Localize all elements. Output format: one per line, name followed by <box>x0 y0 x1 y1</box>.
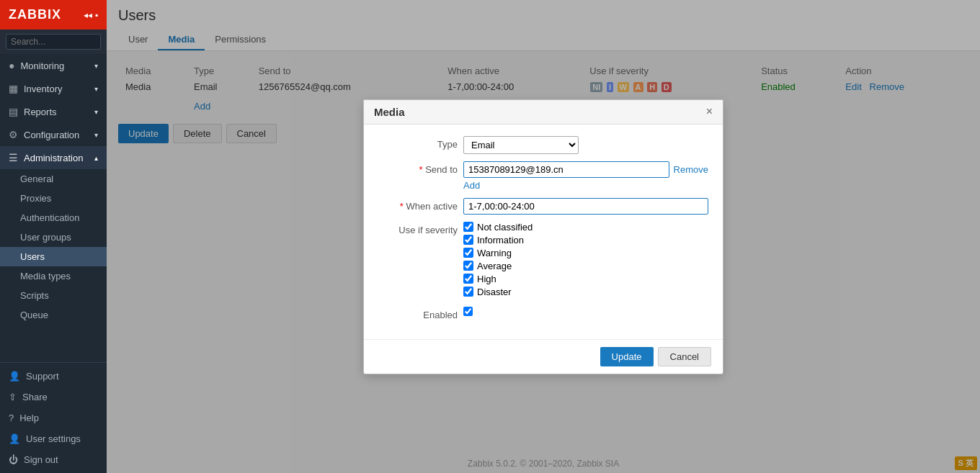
modal-overlay: Media × Type Email SMS Jabber <box>107 0 980 473</box>
enabled-row: Enabled <box>378 307 708 320</box>
sidebar-search-container <box>0 30 107 54</box>
sidebar-bottom-support[interactable]: 👤 Support <box>0 366 107 387</box>
sidebar-sub-media-types[interactable]: Media types <box>0 266 107 286</box>
user-settings-icon: 👤 <box>9 433 20 444</box>
sidebar-item-administration[interactable]: ☰ Administration ▴ <box>0 146 107 169</box>
sidebar-bottom-help[interactable]: ? Help <box>0 407 107 428</box>
sidebar-nav: ● Monitoring ▾ ▦ Inventory ▾ ▤ Reports ▾… <box>0 54 107 362</box>
severity-information: Information <box>463 235 708 245</box>
configuration-arrow: ▾ <box>94 131 98 139</box>
enabled-checkbox[interactable] <box>463 307 473 316</box>
sidebar-sub-general[interactable]: General <box>0 169 107 189</box>
when-active-input[interactable] <box>463 198 708 215</box>
support-label: Support <box>26 371 59 382</box>
sidebar-logo: ZABBIX ◂◂ ▪ <box>0 0 107 30</box>
cb-not-classified[interactable] <box>463 222 473 232</box>
sidebar-item-reports[interactable]: ▤ Reports ▾ <box>0 100 107 123</box>
sidebar-sub-user-groups[interactable]: User groups <box>0 228 107 247</box>
cb-warning[interactable] <box>463 248 473 258</box>
sidebar-bottom-share[interactable]: ⇧ Share <box>0 387 107 407</box>
sidebar-sub-users[interactable]: Users <box>0 247 107 266</box>
send-to-remove-link[interactable]: Remove <box>674 164 708 175</box>
expand-icon[interactable]: ▪ <box>95 10 98 20</box>
sidebar-sub-authentication[interactable]: Authentication <box>0 208 107 228</box>
collapse-icon[interactable]: ◂◂ <box>84 10 92 20</box>
search-input[interactable] <box>6 34 101 50</box>
logo-text: ZABBIX <box>9 7 61 22</box>
label-high: High <box>477 274 496 284</box>
logo-icons: ◂◂ ▪ <box>84 10 98 20</box>
severity-control: Not classified Information Warning <box>463 222 708 299</box>
help-icon: ? <box>9 413 14 423</box>
when-active-control <box>463 198 708 215</box>
sidebar-sub-scripts[interactable]: Scripts <box>0 286 107 305</box>
share-icon: ⇧ <box>9 392 17 402</box>
share-label: Share <box>22 392 48 402</box>
severity-row: Use if severity Not classified Informati… <box>378 222 708 299</box>
administration-label: Administration <box>24 153 83 163</box>
label-warning: Warning <box>477 248 512 258</box>
label-not-classified: Not classified <box>477 222 533 233</box>
administration-arrow: ▴ <box>94 154 98 162</box>
send-to-row: Send to Remove Add <box>378 161 708 191</box>
label-average: Average <box>477 261 512 271</box>
enabled-label: Enabled <box>378 307 458 320</box>
reports-arrow: ▾ <box>94 108 98 116</box>
send-to-control: Remove Add <box>463 161 708 191</box>
severity-label: Use if severity <box>378 222 458 235</box>
sidebar-item-monitoring[interactable]: ● Monitoring ▾ <box>0 54 107 77</box>
severity-disaster: Disaster <box>463 287 708 297</box>
cb-average[interactable] <box>463 261 473 271</box>
modal-header: Media × <box>364 100 723 125</box>
reports-label: Reports <box>24 107 57 117</box>
sign-out-icon: ⏻ <box>9 454 18 465</box>
cb-disaster[interactable] <box>463 287 473 297</box>
modal-update-button[interactable]: Update <box>600 347 654 366</box>
sidebar: ZABBIX ◂◂ ▪ ● Monitoring ▾ ▦ Inventory ▾… <box>0 0 107 473</box>
modal-close-button[interactable]: × <box>706 106 713 117</box>
type-control: Email SMS Jabber <box>463 136 708 154</box>
cb-high[interactable] <box>463 274 473 284</box>
enabled-control <box>463 307 708 318</box>
type-label: Type <box>378 136 458 150</box>
severity-average: Average <box>463 261 708 271</box>
user-settings-label: User settings <box>26 433 81 444</box>
inventory-label: Inventory <box>24 84 62 94</box>
cb-information[interactable] <box>463 235 473 245</box>
monitoring-arrow: ▾ <box>94 62 98 70</box>
severity-not-classified: Not classified <box>463 222 708 233</box>
modal-cancel-button[interactable]: Cancel <box>658 347 711 366</box>
sidebar-item-configuration[interactable]: ⚙ Configuration ▾ <box>0 123 107 146</box>
sidebar-bottom-user-settings[interactable]: 👤 User settings <box>0 428 107 449</box>
help-label: Help <box>19 413 39 423</box>
reports-icon: ▤ <box>9 106 18 117</box>
support-icon: 👤 <box>9 371 20 382</box>
sidebar-bottom-sign-out[interactable]: ⏻ Sign out <box>0 449 107 470</box>
send-to-add-link[interactable]: Add <box>463 180 480 191</box>
monitoring-label: Monitoring <box>20 60 64 71</box>
inventory-icon: ▦ <box>9 83 18 94</box>
main-content: Users User Media Permissions Media Type … <box>107 0 980 473</box>
sidebar-sub-queue[interactable]: Queue <box>0 305 107 325</box>
type-row: Type Email SMS Jabber <box>378 136 708 154</box>
monitoring-icon: ● <box>9 60 14 71</box>
configuration-label: Configuration <box>24 130 79 140</box>
severity-warning: Warning <box>463 248 708 258</box>
label-disaster: Disaster <box>477 287 512 297</box>
type-select[interactable]: Email SMS Jabber <box>463 136 579 154</box>
inventory-arrow: ▾ <box>94 85 98 93</box>
modal-body: Type Email SMS Jabber Send to <box>364 125 723 339</box>
send-to-input[interactable] <box>463 161 669 178</box>
sign-out-label: Sign out <box>24 454 58 465</box>
administration-icon: ☰ <box>9 152 18 163</box>
severity-high: High <box>463 274 708 284</box>
modal-title: Media <box>374 106 405 118</box>
configuration-icon: ⚙ <box>9 129 18 140</box>
sidebar-item-inventory[interactable]: ▦ Inventory ▾ <box>0 77 107 100</box>
modal-footer: Update Cancel <box>364 339 723 374</box>
send-to-label: Send to <box>378 161 458 175</box>
send-to-input-row: Remove <box>463 161 708 178</box>
when-active-row: When active <box>378 198 708 215</box>
sidebar-sub-proxies[interactable]: Proxies <box>0 189 107 208</box>
label-information: Information <box>477 235 524 245</box>
